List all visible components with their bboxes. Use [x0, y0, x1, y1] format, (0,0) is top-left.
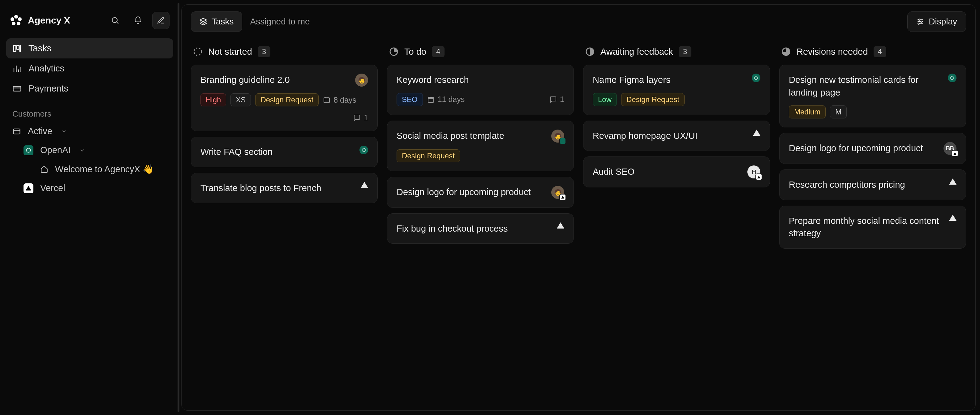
column-cards: Keyword research SEO 11 days 1 — [387, 65, 574, 244]
comments-meta[interactable]: 1 — [549, 95, 564, 104]
tag-chip[interactable]: Design Request — [255, 94, 319, 107]
comment-icon — [549, 96, 557, 103]
org-openai-icon — [948, 73, 956, 82]
tab-tasks[interactable]: Tasks — [191, 11, 242, 32]
task-card[interactable]: Social media post template 🧑 Design Requ… — [387, 121, 574, 171]
due-meta: 11 days — [427, 95, 465, 104]
card-title: Revamp homepage UX/UI — [593, 130, 748, 142]
tree-label: OpenAI — [40, 145, 70, 155]
svg-rect-27 — [324, 98, 329, 103]
kanban-board[interactable]: Not started 3 Branding guideline 2.0 🧑 H… — [181, 39, 975, 410]
comments-meta[interactable]: 1 — [353, 113, 368, 122]
assignee-avatar[interactable]: 🧑 — [551, 186, 564, 199]
column-to-do: To do 4 Keyword research SEO 11 days — [387, 43, 574, 401]
column-cards: Design new testimonial cards for landing… — [779, 65, 966, 249]
nav-analytics[interactable]: Analytics — [6, 59, 173, 78]
nav-payments[interactable]: Payments — [6, 78, 173, 99]
sidebar-header: Agency X — [6, 9, 173, 38]
priority-chip[interactable]: Low — [593, 93, 617, 106]
column-title: Not started — [208, 47, 252, 57]
tab-assigned[interactable]: Assigned to me — [242, 12, 318, 32]
task-card[interactable]: Revamp homepage UX/UI — [583, 121, 770, 151]
workspace-logo — [10, 14, 22, 27]
org-openai-icon — [752, 73, 760, 82]
openai-badge — [24, 145, 33, 155]
svg-point-18 — [26, 148, 30, 152]
task-card[interactable]: Name Figma layers Low Design Request — [583, 65, 770, 115]
notifications-button[interactable] — [129, 12, 146, 29]
svg-point-31 — [362, 148, 366, 152]
tree-active[interactable]: Active — [6, 122, 173, 141]
org-vercel-icon — [949, 215, 956, 221]
tag-chip[interactable]: Design Request — [396, 149, 460, 162]
task-card[interactable]: Fix bug in checkout process — [387, 213, 574, 244]
svg-point-38 — [754, 76, 758, 80]
task-card[interactable]: Design logo for upcoming product BB — [779, 133, 966, 164]
stack-icon — [199, 17, 207, 25]
task-card[interactable]: Design logo for upcoming product 🧑 — [387, 177, 574, 208]
card-title: Research competitors pricing — [789, 178, 944, 191]
svg-point-5 — [112, 17, 117, 22]
column-title: Awaiting feedback — [600, 47, 673, 57]
chevron-down-icon — [79, 147, 85, 153]
column-title: Revisions needed — [797, 47, 868, 57]
assignee-avatar[interactable]: 🧑 — [551, 130, 564, 143]
assignee-avatar[interactable]: H — [748, 165, 760, 178]
org-openai-icon — [360, 146, 368, 154]
due-text: 11 days — [438, 95, 465, 104]
tag-chip[interactable]: Design Request — [621, 93, 684, 106]
size-chip[interactable]: M — [830, 105, 847, 118]
task-card[interactable]: Research competitors pricing — [779, 170, 966, 200]
bell-icon — [134, 16, 142, 25]
task-card[interactable]: Audit SEO H — [583, 156, 770, 188]
org-vercel-icon — [753, 130, 760, 136]
svg-point-4 — [11, 17, 14, 21]
tasks-icon — [13, 44, 22, 53]
size-chip[interactable]: XS — [231, 94, 251, 107]
chevron-down-icon — [61, 128, 67, 135]
task-card[interactable]: Branding guideline 2.0 🧑 High XS Design … — [191, 65, 378, 131]
task-card[interactable]: Translate blog posts to French — [191, 173, 378, 204]
customers-section-label: Customers — [6, 99, 173, 122]
workspace-name[interactable]: Agency X — [28, 15, 101, 25]
task-card[interactable]: Prepare monthly social media content str… — [779, 206, 966, 249]
openai-icon — [25, 147, 32, 153]
app-root: Agency X Tasks Analytics Payments Custom… — [0, 0, 980, 415]
status-not-started-icon — [193, 47, 203, 57]
analytics-icon — [13, 64, 22, 73]
search-icon — [111, 16, 119, 25]
svg-marker-19 — [200, 18, 207, 22]
sliders-icon — [916, 17, 924, 25]
display-button[interactable]: Display — [907, 11, 966, 32]
tree-welcome[interactable]: Welcome to AgencyX 👋 — [6, 159, 173, 179]
column-title: To do — [404, 47, 426, 57]
column-revisions-needed: Revisions needed 4 Design new testimonia… — [779, 43, 966, 401]
tag-chip[interactable]: SEO — [396, 93, 423, 106]
svg-rect-7 — [14, 46, 16, 52]
svg-point-24 — [921, 21, 922, 22]
svg-rect-14 — [13, 86, 21, 91]
tree-vercel[interactable]: Vercel — [6, 179, 173, 197]
task-card[interactable]: Write FAQ section — [191, 137, 378, 167]
column-cards: Branding guideline 2.0 🧑 High XS Design … — [191, 65, 378, 203]
search-button[interactable] — [107, 12, 124, 29]
tree-openai[interactable]: OpenAI — [6, 141, 173, 159]
compose-button[interactable] — [152, 12, 170, 29]
svg-rect-9 — [20, 46, 21, 52]
card-title: Branding guideline 2.0 — [200, 73, 350, 86]
vercel-badge — [24, 183, 33, 193]
priority-chip[interactable]: Medium — [789, 105, 826, 118]
status-todo-icon — [389, 47, 399, 57]
column-header: Not started 3 — [191, 43, 378, 65]
priority-chip[interactable]: High — [200, 94, 226, 107]
calendar-icon — [427, 96, 434, 103]
assignee-avatar[interactable]: BB — [943, 142, 956, 155]
assignee-avatar[interactable]: 🧑 — [355, 73, 368, 87]
column-count: 3 — [679, 46, 691, 57]
task-card[interactable]: Keyword research SEO 11 days 1 — [387, 65, 574, 115]
card-title: Name Figma layers — [593, 73, 747, 86]
svg-rect-33 — [428, 97, 434, 102]
nav-tasks[interactable]: Tasks — [6, 38, 173, 59]
column-cards: Name Figma layers Low Design Request — [583, 65, 770, 188]
task-card[interactable]: Design new testimonial cards for landing… — [779, 65, 966, 127]
